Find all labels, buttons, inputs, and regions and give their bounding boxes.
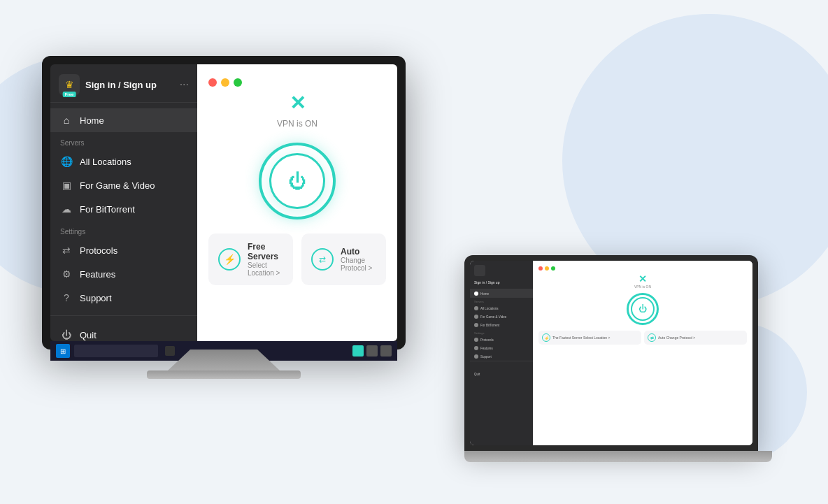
globe-icon: 🌐 [60, 155, 73, 168]
taskbar-search[interactable] [74, 345, 158, 357]
gamepad-icon: ▣ [60, 179, 73, 192]
nav-label-support: Support [80, 293, 112, 303]
mini-gear-icon [474, 346, 478, 350]
mini-quit-label: Quit [474, 373, 480, 376]
sidebar-item-home[interactable]: ⌂ Home [50, 108, 197, 132]
free-servers-text: Free Servers Select Location > [248, 242, 283, 277]
laptop-screen-frame: Sign in / Sign up Home Servers All Locat… [464, 255, 758, 451]
laptop-wrapper: Sign in / Sign up Home Servers All Locat… [464, 255, 772, 462]
mini-tl-yellow [545, 266, 549, 271]
mini-crown-icon [474, 265, 485, 276]
taskbar-icon-1 [165, 346, 175, 356]
mini-power-symbol: ⏻ [638, 304, 647, 314]
windows-icon: ⊞ [60, 347, 66, 355]
auto-protocol-text: Auto Change Protocol > [341, 247, 376, 272]
start-button[interactable]: ⊞ [56, 344, 70, 358]
mini-free-servers-title: The Fastest Server [552, 336, 583, 340]
free-servers-icon: ⚡ [218, 248, 241, 271]
mini-nav-all-locations[interactable]: All Locations [470, 304, 533, 312]
mini-nav-features[interactable]: Features [470, 344, 533, 352]
nav-label-all-locations: All Locations [80, 157, 131, 167]
mini-auto-protocol-card[interactable]: ⇄ Auto Change Protocol > [644, 331, 747, 345]
sidebar-item-bittorrent[interactable]: ☁ For BitTorrent [50, 197, 197, 221]
bottom-cards: ⚡ Free Servers Select Location > ⇄ [208, 233, 386, 285]
mini-nav-support[interactable]: Support [470, 352, 533, 361]
taskbar-system-icons [352, 345, 392, 357]
gear-icon: ⚙ [60, 268, 73, 280]
vpn-status-area: ✕ VPN is ON [277, 94, 317, 129]
mini-home-icon [474, 291, 478, 296]
sidebar-item-features[interactable]: ⚙ Features [50, 262, 197, 286]
taskbar-icon-2[interactable] [366, 345, 378, 357]
protocol-icon: ⇄ [60, 244, 73, 257]
mini-nav-label-all-locations: All Locations [480, 307, 499, 310]
crown-symbol: ♛ [65, 79, 74, 90]
mini-nav-label-home: Home [480, 292, 489, 296]
mini-traffic-lights [538, 266, 555, 271]
sidebar-item-all-locations[interactable]: 🌐 All Locations [50, 150, 197, 173]
cloud-icon: ☁ [60, 203, 73, 215]
monitor-screen: ♛ Free Sign in / Sign up ··· ⌂ Home [50, 64, 397, 341]
power-ring [259, 143, 336, 219]
mini-game-icon [474, 315, 478, 319]
nav-label-game-video: For Game & Video [80, 180, 155, 191]
home-icon: ⌂ [60, 114, 73, 127]
main-content: ✕ VPN is ON ⏻ ⚡ [197, 64, 397, 341]
mini-nav-game-video[interactable]: For Game & Video [470, 312, 533, 321]
free-servers-title: Free Servers [248, 242, 283, 261]
mini-power-ring: ⏻ [627, 293, 659, 325]
sidebar-item-protocols[interactable]: ⇄ Protocols [50, 238, 197, 262]
mini-toggle-icon: ⇄ [648, 333, 656, 342]
mini-nav-label-protocols: Protocols [480, 338, 494, 342]
power-button-container: ⏻ [259, 143, 336, 219]
mini-main: ✕ VPN is ON ⏻ ⚡ The Fastest Server Selec… [533, 261, 752, 445]
mini-sidebar: Sign in / Sign up Home Servers All Locat… [470, 261, 533, 445]
scene: ♛ Free Sign in / Sign up ··· ⌂ Home [0, 0, 828, 504]
auto-protocol-card[interactable]: ⇄ Auto Change Protocol > [301, 233, 386, 285]
mini-vpn-status: VPN is ON [634, 285, 651, 289]
mini-auto-protocol-text: Auto Change Protocol > [658, 336, 695, 340]
traffic-light-green[interactable] [234, 78, 242, 87]
quit-label: Quit [80, 330, 97, 340]
free-badge: Free [63, 92, 76, 97]
vpn-logo: ✕ [290, 94, 304, 113]
laptop-base [464, 451, 772, 462]
taskbar-icon-vpn[interactable] [352, 345, 364, 357]
traffic-light-yellow[interactable] [221, 78, 229, 87]
nav-label-protocols: Protocols [80, 245, 117, 256]
mini-nav-protocols[interactable]: Protocols [470, 336, 533, 344]
sidebar-footer: ⏻ Quit [50, 315, 197, 341]
mini-free-servers-card[interactable]: ⚡ The Fastest Server Select Location > [538, 331, 641, 345]
traffic-light-red[interactable] [208, 78, 217, 87]
sidebar-item-support[interactable]: ? Support [50, 286, 197, 310]
free-servers-card[interactable]: ⚡ Free Servers Select Location > [208, 233, 293, 285]
mini-nav-label-game-video: For Game & Video [480, 315, 506, 319]
taskbar-icon-3[interactable] [380, 345, 392, 357]
sidebar: ♛ Free Sign in / Sign up ··· ⌂ Home [50, 64, 197, 341]
mini-tl-green [551, 266, 555, 271]
more-options-icon[interactable]: ··· [180, 78, 189, 91]
question-icon: ? [60, 291, 73, 304]
mini-power-button[interactable]: ⏻ [631, 297, 655, 321]
mini-cards: ⚡ The Fastest Server Select Location > ⇄… [538, 331, 747, 345]
toggle-icon: ⇄ [319, 254, 326, 264]
quit-button[interactable]: ⏻ Quit [60, 326, 187, 341]
vpn-app: ♛ Free Sign in / Sign up ··· ⌂ Home [50, 64, 397, 341]
nav-label-features: Features [80, 269, 115, 280]
mini-cloud-icon [474, 323, 478, 327]
laptop-screen: Sign in / Sign up Home Servers All Locat… [470, 261, 752, 445]
sidebar-item-game-video[interactable]: ▣ For Game & Video [50, 173, 197, 197]
sidebar-title: Sign in / Sign up [85, 80, 174, 90]
mini-nav-home[interactable]: Home [470, 289, 533, 298]
monitor-frame: ♛ Free Sign in / Sign up ··· ⌂ Home [42, 56, 406, 350]
mini-auto-title: Auto [658, 336, 665, 340]
mini-sidebar-header: Sign in / Sign up [470, 261, 533, 289]
mini-sidebar-title: Sign in / Sign up [474, 280, 529, 285]
mini-tl-red [538, 266, 543, 271]
mini-nav-label-support: Support [480, 355, 492, 359]
mini-free-servers-subtitle: Select Location > [583, 336, 611, 340]
mini-nav-bittorrent[interactable]: For BitTorrent [470, 321, 533, 329]
auto-protocol-icon: ⇄ [311, 248, 334, 271]
traffic-lights [208, 78, 242, 87]
mini-quit-button[interactable]: Quit [470, 361, 533, 382]
